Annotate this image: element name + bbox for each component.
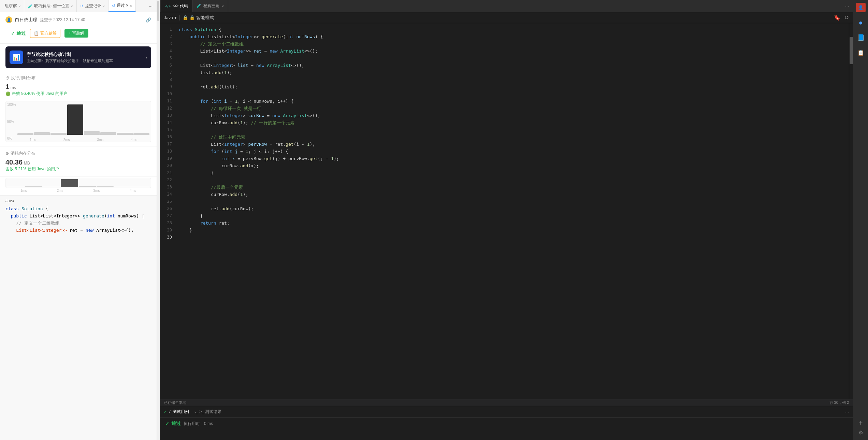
code-line-5 (179, 55, 849, 62)
left-scrollbar[interactable] (157, 0, 160, 440)
editor-tab-code[interactable]: </> </> 代码 (161, 0, 192, 12)
test-result-tab[interactable]: ›_ >_ 测试结果 (194, 409, 221, 415)
memory-title: ⚙ 消耗内存分布 (5, 151, 151, 156)
link-icon[interactable]: 🔗 (146, 17, 151, 23)
refresh-icon[interactable]: ↺ (844, 14, 849, 21)
code-line-30 (179, 234, 849, 241)
memory-section: ⚙ 消耗内存分布 40.36 MB 击败 5.21% 使用 Java 的用户 (0, 146, 157, 176)
code-line-27: } (179, 212, 849, 219)
add-icon[interactable]: + (856, 418, 866, 428)
terminal-icon: ›_ (194, 410, 198, 414)
code-line-13: List<Integer> curRow = new ArrayList<>()… (179, 112, 849, 119)
bar-1 (17, 133, 33, 135)
outlook-icon[interactable]: 📘 (856, 33, 866, 42)
cursor-position: 行 30，列 2 (829, 400, 849, 405)
test-panel: ✓ ✓ 测试用例 ›_ >_ 测试结果 ··· ✓ 通过 执行用时：0 ms (160, 406, 853, 440)
mini-chart-area: 1ms 2ms 3ms 4ms (0, 176, 157, 195)
code-line-9: ret.add(list); (179, 83, 849, 90)
test-pass-icon: ✓ (165, 421, 169, 426)
user-icon[interactable]: 👤 (856, 3, 866, 12)
code-line-1: class Solution { (179, 26, 849, 33)
runtime-value: 1 ms (5, 83, 151, 91)
code-line-14: curRow.add(1); // 一行的第一个元素 (179, 119, 849, 126)
tab-close-pass[interactable]: × (130, 4, 132, 8)
code-line-2: public List<List<Integer>> generate(int … (179, 33, 849, 40)
toolbar-right: 🔖 ↺ (834, 14, 849, 21)
code-line-29: } (179, 227, 849, 234)
bookmark-icon[interactable]: 🔖 (834, 14, 840, 21)
test-more-btn[interactable]: ··· (845, 409, 849, 414)
ad-banner[interactable]: 📊 字节跳动秋招心动计划 面向短期冲刺字节跳动秋招选手，秋招奇道顺利超车 › (5, 46, 151, 68)
lock-icon: 🔒 (183, 15, 188, 20)
line-numbers: 1 2 3 4 5 6 7 8 9 10 11 12 13 14 15 16 1… (160, 23, 176, 399)
tab-group-solve[interactable]: 组求解 × (1, 0, 24, 12)
bar-3 (50, 133, 67, 135)
editor-toolbar: Java ▾ 🔒 🔒 智能模式 🔖 ↺ (160, 12, 853, 23)
editor-tab-problem[interactable]: 🧪 杨辉三角 × (192, 0, 228, 12)
code-line-15 (179, 126, 849, 133)
test-case-tab[interactable]: ✓ ✓ 测试用例 (164, 409, 189, 415)
code-preview-block: class Solution { public List<List<Intege… (5, 205, 151, 234)
code-line-26: ret.add(curRow); (179, 205, 849, 212)
pass-status: ✓ 通过 (11, 30, 26, 37)
write-solution-btn[interactable]: + 写题解 (64, 29, 88, 38)
tab-close-trick[interactable]: × (71, 4, 73, 8)
code-line-21: } (179, 169, 849, 176)
bar-2 (34, 132, 50, 135)
toolbar-divider (179, 15, 180, 20)
code-line-3: // 定义一个二维数组 (179, 40, 849, 47)
test-content: ✓ 通过 执行用时：0 ms (160, 418, 853, 429)
preview-lang: Java (5, 198, 151, 203)
test-execution-time: 执行用时：0 ms (184, 421, 213, 427)
left-scroll-thumb (157, 1, 159, 21)
right-sidebar: 👤 ● 📘 📋 + ⚙ (853, 0, 868, 440)
code-line-25 (179, 198, 849, 205)
storage-label: 已存储至本地 行 30，列 2 (160, 399, 853, 406)
code-icon: </> (165, 4, 171, 8)
settings-icon[interactable]: ⚙ (856, 428, 866, 437)
code-line-11: for (int i = 1; i < numRows; i++) { (179, 98, 849, 105)
code-line-18: for (int j = 1; j < i; j++) { (179, 148, 849, 155)
editor-tabs: </> </> 代码 🧪 杨辉三角 × ··· (160, 0, 853, 12)
note-icon[interactable]: 📋 (856, 48, 866, 57)
smart-mode-toggle[interactable]: 🔒 🔒 智能模式 (183, 15, 214, 21)
runtime-chart: 100% 50% 0% 1ms 2ms 3ms (5, 101, 151, 142)
code-content[interactable]: class Solution { public List<List<Intege… (176, 23, 849, 399)
scroll-thumb (850, 37, 853, 64)
tab-close-group[interactable]: × (18, 4, 20, 8)
code-line-22 (179, 176, 849, 184)
language-selector[interactable]: Java ▾ (164, 15, 177, 20)
bar-7 (117, 133, 133, 135)
tab-pass[interactable]: ↺ 通过 × × (108, 0, 136, 12)
code-preview-section: Java class Solution { public List<List<I… (0, 195, 157, 440)
code-line-12: // 每循环一次 就是一行 (179, 105, 849, 112)
code-line-24: curRow.add(1); (179, 191, 849, 198)
code-editor-main: 1 2 3 4 5 6 7 8 9 10 11 12 13 14 15 16 1… (160, 23, 853, 399)
left-tabs: 组求解 × 🧪 取巧解法: 借一位置 × ↺ 提交记录 × ↺ 通过 × × ·… (0, 0, 157, 12)
tab-trick-solve[interactable]: 🧪 取巧解法: 借一位置 × (24, 0, 76, 12)
runtime-section: ⏱ 执行用时分布 1 ms 🟢 击败 96.40% 使用 Java 的用户 (0, 71, 157, 101)
code-line-4: List<List<Integer>> ret = new ArrayList<… (179, 47, 849, 55)
code-line-6: List<Integer> list = new ArrayList<>(); (179, 62, 849, 69)
tabs-more-btn[interactable]: ··· (146, 3, 155, 9)
user-info: 👤 白日依山璟 提交于 2023.12.14 17:40 🔗 (5, 16, 151, 23)
avatar: 👤 (5, 16, 12, 23)
editor-scrollbar[interactable] (849, 23, 853, 399)
circle-icon[interactable]: ● (856, 18, 866, 27)
editor-tab-close[interactable]: × (222, 4, 224, 8)
status-bar: ✓ 通过 📋 官方题解 + 写题解 (5, 26, 151, 41)
bar-5 (84, 131, 100, 135)
code-line-10 (179, 90, 849, 98)
test-tabs: ✓ ✓ 测试用例 ›_ >_ 测试结果 ··· (160, 406, 853, 418)
left-panel: 组求解 × 🧪 取巧解法: 借一位置 × ↺ 提交记录 × ↺ 通过 × × ·… (0, 0, 157, 440)
official-solution-btn[interactable]: 📋 官方题解 (30, 29, 60, 38)
username: 白日依山璟 (15, 17, 37, 23)
code-line-20: curRow.add(x); (179, 162, 849, 169)
tab-close-record[interactable]: × (103, 4, 105, 8)
bar-6 (100, 132, 116, 135)
code-line-28: return ret; (179, 219, 849, 227)
code-line-16: // 处理中间元素 (179, 133, 849, 141)
code-line-17: List<Integer> pervRow = ret.get(i - 1); (179, 141, 849, 148)
tab-submit-record[interactable]: ↺ 提交记录 × (77, 0, 108, 12)
editor-tabs-more[interactable]: ··· (842, 3, 852, 9)
